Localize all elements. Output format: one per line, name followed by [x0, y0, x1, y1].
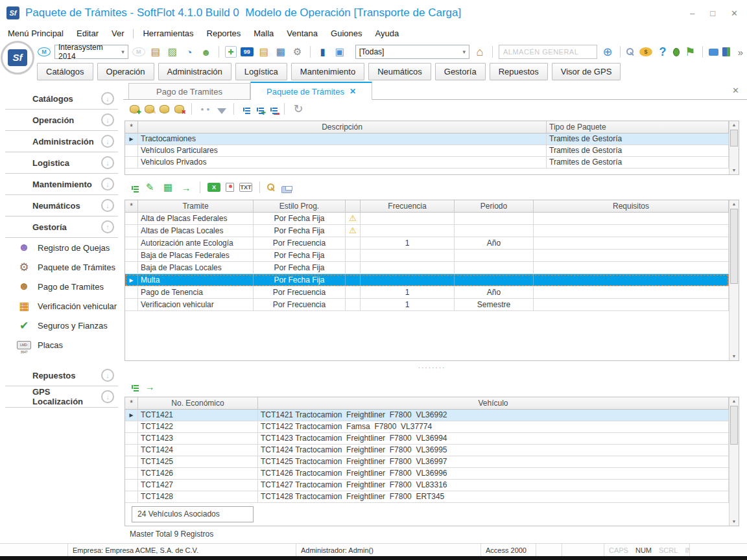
ribbon-tab-operacion[interactable]: Operación [97, 63, 154, 80]
horizontal-splitter[interactable]: ········ [124, 364, 739, 373]
attach-tramite-icon[interactable] [130, 183, 138, 192]
company-combo[interactable]: Interasystem 2014 ▾ [54, 45, 128, 59]
scroll-down-icon[interactable]: ▼ [729, 167, 739, 174]
collapse-tree-icon[interactable]: ▬ [268, 105, 277, 113]
table-row[interactable]: Pago de TenenciaPor Frecuencia1Año [125, 286, 729, 299]
sidebar-item-placas[interactable]: LMD-3647Placas [0, 335, 123, 355]
scrollbar-thumb[interactable] [730, 130, 738, 146]
delete-record-icon[interactable]: ✖ [174, 105, 184, 113]
sidebar-item-pago-de-tramites[interactable]: ☻Pago de Tramites [0, 277, 123, 296]
flag-icon[interactable]: ⚑ [683, 45, 696, 58]
chevron-down-icon[interactable]: ↓ [101, 113, 114, 126]
interasystem-m-icon[interactable]: M [38, 47, 51, 56]
export-txt-icon[interactable]: TXT [239, 183, 252, 192]
table-row[interactable]: Altas de Placas LocalesPor Fecha Fija⚠ [125, 225, 729, 237]
help-icon[interactable]: ? [656, 45, 669, 58]
chevron-down-icon[interactable]: ↓ [101, 178, 114, 191]
column-header-vehiculo[interactable]: Vehículo [258, 397, 729, 410]
filter-combo[interactable]: [Todas] ▾ [355, 45, 469, 59]
column-header-requisitos[interactable]: Requisitos [534, 200, 729, 213]
edit-tramite-icon[interactable]: ✎ [143, 181, 156, 194]
menu-ventana[interactable]: Ventana [280, 29, 324, 38]
table-row[interactable]: Vehiculos PrivadosTramites de Gestoría [125, 157, 729, 169]
detach-vehicle-icon[interactable]: → [143, 380, 156, 393]
table-row[interactable]: TCT1426TCT1426 Tractocamion Freightliner… [125, 468, 729, 480]
chevron-down-icon[interactable]: ↓ [101, 156, 114, 169]
close-tab-icon[interactable]: ✕ [350, 87, 356, 96]
column-header-blank[interactable]: * [125, 200, 138, 213]
sidebar-section-catalogos[interactable]: Catálogos↓ [5, 88, 118, 110]
document-tab-pago-de-tramites[interactable]: Pago de Tramites [128, 83, 250, 99]
scroll-down-icon[interactable]: ▼ [729, 518, 739, 526]
column-header-estilo-prog[interactable]: Estilo Prog. [254, 200, 346, 213]
ribbon-tab-logistica[interactable]: Logística [235, 63, 287, 80]
restore-icon[interactable]: □ [710, 8, 715, 18]
settings-gear-icon[interactable]: ⚙ [291, 45, 304, 58]
add-record-icon[interactable]: ✚ [130, 105, 139, 113]
data-grid-icon[interactable]: ▦ [274, 45, 287, 58]
table-row[interactable]: TCT1424TCT1424 Tractocamion Freightliner… [125, 445, 729, 456]
table-row[interactable]: Vehículos ParticularesTramites de Gestor… [125, 145, 729, 157]
export-note-icon[interactable] [226, 183, 234, 192]
ribbon-tab-visor-de-gps[interactable]: Visor de GPS [552, 63, 621, 80]
tools-search-icon[interactable] [626, 48, 634, 55]
table-row[interactable]: ▸TractocamionesTramites de Gestoría [125, 134, 729, 145]
chevron-down-icon[interactable]: ↓ [101, 92, 114, 105]
coins-icon[interactable]: $ [639, 47, 652, 56]
sidebar-section-mantenimiento[interactable]: Mantenimiento↓ [5, 174, 118, 195]
chevron-down-icon[interactable]: ↓ [101, 199, 114, 212]
new-document-icon[interactable]: ✚ [225, 46, 237, 58]
chevron-down-icon[interactable]: ↓ [101, 369, 114, 382]
edit-record-icon[interactable]: ✎ [145, 105, 154, 113]
sidebar-section-administracion[interactable]: Administración↓ [5, 131, 118, 152]
picture-icon[interactable]: ▨ [166, 45, 179, 58]
chevron-down-icon[interactable]: ↓ [101, 390, 114, 403]
minimize-icon[interactable]: – [690, 8, 694, 18]
menu-reportes[interactable]: Reportes [200, 29, 248, 38]
search-binoculars-icon[interactable] [199, 102, 212, 115]
close-icon[interactable]: ✕ [731, 8, 738, 18]
sidebar-section-neumaticos[interactable]: Neumáticos↓ [5, 195, 118, 216]
table-row[interactable]: ▸TCT1421TCT1421 Tractocamion Freightline… [125, 410, 729, 421]
column-header-blank[interactable]: * [125, 121, 138, 134]
sidebar-item-seguros-y-fianzas[interactable]: ✔Seguros y Fianzas [0, 316, 123, 335]
menu-menu-principal[interactable]: Menú Principal [1, 29, 70, 38]
column-header-no-economico[interactable]: No. Económico [138, 397, 258, 410]
ribbon-tab-neumaticos[interactable]: Neumáticos [368, 63, 431, 80]
table-row[interactable]: Baja de Placas LocalesPor Fecha Fija [125, 262, 729, 274]
column-header-tipo-de-paquete[interactable]: Tipo de Paquete [547, 121, 729, 134]
ribbon-tab-catalogos[interactable]: Catálogos [37, 63, 93, 80]
exit-door-icon[interactable] [722, 47, 730, 56]
column-header-periodo[interactable]: Periodo [455, 200, 534, 213]
ribbon-tab-gestoria[interactable]: Gestoría [435, 63, 486, 80]
column-header-blank[interactable] [346, 200, 361, 213]
table-row[interactable]: TCT1423TCT1423 Tractocamion Freightliner… [125, 433, 729, 445]
sidebar-item-registro-de-quejas[interactable]: ☻Registro de Quejas [0, 238, 123, 257]
batch-99-icon[interactable]: 99 [241, 47, 254, 56]
print-icon[interactable] [281, 186, 292, 193]
menu-guiones[interactable]: Guiones [324, 29, 368, 38]
table-row[interactable]: ▸MultaPor Fecha Fija [125, 274, 729, 286]
refresh-icon[interactable]: ↻ [292, 102, 305, 115]
scrollbar-thumb[interactable] [730, 209, 738, 284]
sidebar-section-gestoria[interactable]: Gestoría↑ [5, 216, 118, 238]
table-row[interactable]: Baja de Placas FederalesPor Fecha Fija [125, 250, 729, 262]
clipboard-icon[interactable]: ▤ [257, 45, 270, 58]
bug-icon[interactable] [673, 48, 680, 56]
vertical-scrollbar[interactable]: ▲▼ [729, 200, 739, 360]
scroll-up-icon[interactable]: ▲ [729, 397, 739, 405]
column-header-frecuencia[interactable]: Frecuencia [361, 200, 455, 213]
filter-funnel-icon[interactable] [217, 108, 226, 114]
table-row[interactable]: Autorización ante EcologíaPor Frecuencia… [125, 237, 729, 250]
expand-tree-icon[interactable]: ✚ [255, 105, 263, 113]
detach-tramite-icon[interactable]: → [180, 181, 193, 194]
sidebar-section-gps-localizacion[interactable]: GPS Localización↓ [5, 386, 118, 408]
m-disabled-icon[interactable]: M [132, 47, 145, 56]
sidebar-section-logistica[interactable]: Logistica↓ [5, 152, 118, 174]
cascade-windows-icon[interactable]: ▣ [333, 45, 346, 58]
column-header-blank[interactable]: * [125, 397, 138, 410]
table-row[interactable]: TCT1425TCT1425 Tractocamion Freightliner… [125, 456, 729, 468]
column-header-tramite[interactable]: Tramite [138, 200, 254, 213]
column-header-descripcion[interactable]: Descripción [138, 121, 547, 134]
sidebar-item-verificacion-vehicular[interactable]: ▦Verificación vehicular [0, 296, 123, 316]
